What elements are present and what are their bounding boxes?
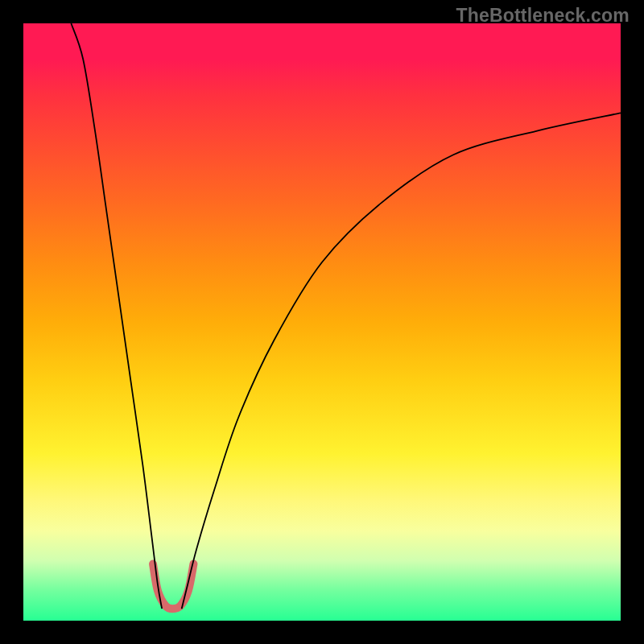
bottleneck-right-branch [182,113,621,609]
plot-area [23,23,621,621]
chart-frame: TheBottleneck.com [0,0,644,644]
watermark-text: TheBottleneck.com [456,5,630,27]
bottleneck-left-branch [71,23,162,609]
curve-group [71,23,621,609]
chart-svg [23,23,621,621]
